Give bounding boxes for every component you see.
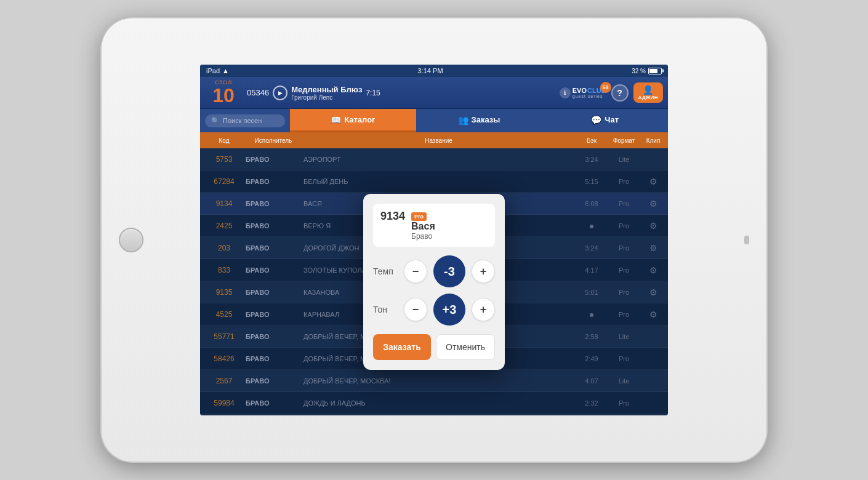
catalog-icon: 📖 — [331, 115, 341, 125]
tone-control: Тон − +3 + — [373, 294, 495, 326]
tempo-plus-button[interactable]: + — [472, 260, 495, 283]
device-name: iPad — [206, 67, 220, 74]
tempo-control: Темп − -3 + — [373, 255, 495, 287]
status-bar: iPad ▲ 3:14 PM 32 % — [200, 65, 668, 77]
screen: iPad ▲ 3:14 PM 32 % СТОЛ 10 05346 ▶ Мед — [200, 65, 668, 415]
track-code: 05346 — [247, 88, 269, 97]
tone-value: +3 — [433, 294, 465, 326]
wifi-icon: ▲ — [222, 67, 229, 74]
table-number: 10 — [205, 86, 242, 105]
dialog-overlay: 9134 Pro Вася Браво Темп − -3 + — [200, 148, 668, 415]
search-icon: 🔍 — [211, 117, 220, 125]
play-button[interactable]: ▶ — [273, 86, 287, 100]
battery-icon — [648, 68, 662, 74]
dialog-song-name: Вася — [411, 221, 435, 232]
now-playing: 05346 ▶ Медленный Блюз Григорий Лепс 7:1… — [247, 85, 380, 101]
search-placeholder: Поиск песен — [223, 117, 262, 124]
evoclub-sub: guest series — [573, 94, 606, 98]
orders-icon: 👥 — [458, 115, 468, 125]
status-right: 32 % — [632, 68, 662, 74]
col-header-format: Формат — [607, 137, 641, 144]
status-time: 3:14 PM — [418, 67, 443, 74]
cancel-button[interactable]: Отменить — [436, 334, 495, 360]
track-artist: Григорий Лепс — [291, 94, 362, 101]
nav-bar: 🔍 Поиск песен 📖 Каталог 👥 Заказы 💬 Чат — [200, 109, 668, 132]
chat-icon: 💬 — [591, 115, 601, 125]
dialog-actions: Заказать Отменить — [373, 334, 495, 360]
tab-orders-label: Заказы — [472, 115, 500, 124]
track-duration: 7:15 — [366, 89, 380, 97]
dialog-song-info: 9134 Pro Вася Браво — [373, 204, 495, 247]
app-header: СТОЛ 10 05346 ▶ Медленный Блюз Григорий … — [200, 77, 668, 109]
admin-icon: 👤 — [643, 85, 653, 95]
table-badge: СТОЛ 10 — [205, 80, 242, 105]
admin-label: АДМИН — [638, 95, 658, 100]
tone-label: Тон — [373, 305, 398, 314]
tempo-value: -3 — [433, 255, 465, 287]
evo-icon: ℹ — [560, 87, 571, 98]
col-header-artist: Исполнитель — [246, 137, 301, 144]
tab-chat-label: Чат — [605, 115, 619, 124]
help-button[interactable]: ? — [611, 84, 629, 102]
col-header-clip: Клип — [641, 137, 665, 144]
col-header-code: Код — [203, 137, 246, 144]
battery-percent: 32 % — [632, 68, 646, 74]
ipad-frame: iPad ▲ 3:14 PM 32 % СТОЛ 10 05346 ▶ Мед — [102, 18, 766, 462]
side-button[interactable] — [744, 236, 749, 244]
tempo-minus-button[interactable]: − — [404, 260, 427, 283]
column-headers: Код Исполнитель Название Бэк Формат Клип — [200, 132, 668, 148]
col-header-title: Название — [301, 137, 576, 144]
tab-catalog-label: Каталог — [344, 115, 375, 124]
song-list: 5753 БРАВО АЭРОПОРТ 3:24 Lite 67284 БРАВ… — [200, 148, 668, 415]
order-button[interactable]: Заказать — [373, 334, 431, 360]
home-button[interactable] — [119, 228, 143, 252]
tone-minus-button[interactable]: − — [404, 298, 427, 321]
nav-tabs: 📖 Каталог 👥 Заказы 💬 Чат — [290, 109, 668, 132]
admin-button[interactable]: 👤 АДМИН — [633, 82, 663, 103]
search-box[interactable]: 🔍 Поиск песен — [205, 114, 285, 127]
orders-count-badge: 58 — [600, 82, 611, 93]
track-title: Медленный Блюз — [291, 85, 362, 94]
dialog-code: 9134 — [380, 210, 405, 223]
col-header-bek: Бэк — [576, 137, 607, 144]
tone-plus-button[interactable]: + — [472, 298, 495, 321]
tab-catalog[interactable]: 📖 Каталог — [290, 109, 416, 132]
order-dialog: 9134 Pro Вася Браво Темп − -3 + — [363, 194, 505, 370]
dialog-badge: Pro — [411, 212, 427, 221]
track-info: Медленный Блюз Григорий Лепс — [291, 85, 362, 101]
dialog-artist-name: Браво — [411, 232, 435, 241]
evoclub-badge[interactable]: ℹ EVOCLUB guest series 58 — [560, 87, 606, 98]
tempo-label: Темп — [373, 266, 398, 276]
tab-orders[interactable]: 👥 Заказы — [416, 109, 542, 132]
tab-chat[interactable]: 💬 Чат — [542, 109, 668, 132]
status-left: iPad ▲ — [206, 67, 229, 74]
